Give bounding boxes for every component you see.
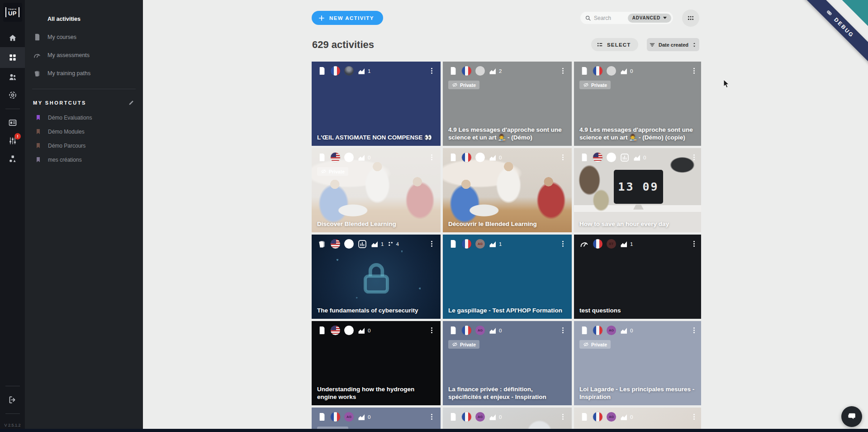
card-menu-button[interactable]: [558, 240, 567, 249]
book-icon: [317, 326, 327, 335]
search-icon: [585, 15, 591, 21]
card-title: Understanding how the hydrogen engine wo…: [317, 386, 435, 401]
teachup-logo[interactable]: TEACH UP: [3, 3, 22, 22]
activity-card[interactable]: 0Private4.9 Les messages d'approche sont…: [574, 62, 701, 146]
activity-card[interactable]: AG1Le gaspillage - Test API'HOP Formatio…: [443, 235, 572, 319]
book-icon: [317, 66, 327, 76]
author-avatar: [475, 153, 485, 162]
edit-shortcuts-icon[interactable]: [128, 99, 135, 106]
search-input[interactable]: [591, 15, 628, 21]
chat-bubble-icon: [847, 412, 857, 422]
card-menu-button[interactable]: [427, 153, 436, 162]
select-list-icon: [597, 41, 603, 48]
debug-corner: DEBUG: [791, 0, 868, 77]
kebab-icon: [559, 154, 567, 161]
rail-item-globe[interactable]: [0, 86, 25, 104]
card-title: L'ŒIL ASTIGMATE NON COMPENSE 👀: [317, 134, 435, 142]
shortcut-item[interactable]: Démo Evaluations: [25, 110, 143, 125]
author-avatar: [607, 153, 616, 162]
card-title: 4.9 Les messages d'approche sont une sci…: [448, 126, 566, 142]
rail-item-sliders[interactable]: !: [0, 132, 25, 150]
card-menu-button[interactable]: [689, 67, 698, 76]
shortcut-item[interactable]: mes créations: [25, 153, 143, 167]
sort-arrows-icon: [692, 42, 697, 48]
sidebar-item-my-assessments[interactable]: My assessments: [25, 46, 143, 64]
logout-button[interactable]: [0, 391, 25, 409]
rail-item-id-card[interactable]: [0, 114, 25, 132]
grid-view-button[interactable]: [682, 10, 699, 27]
shortcut-item[interactable]: Démo Modules: [25, 125, 143, 139]
book-icon: [579, 326, 589, 335]
activity-card[interactable]: 0Découvrir le Blended Learning: [443, 148, 572, 232]
kebab-icon: [559, 240, 567, 248]
activity-card[interactable]: 1L'ŒIL ASTIGMATE NON COMPENSE 👀: [312, 62, 441, 146]
sort-dropdown[interactable]: Date created: [647, 38, 699, 51]
author-avatar: AG: [475, 412, 485, 422]
private-badge: Private: [579, 340, 611, 349]
sidebar-item-my-training-paths[interactable]: My training paths: [25, 64, 143, 82]
chat-launcher-button[interactable]: [841, 406, 862, 427]
card-menu-button[interactable]: [558, 413, 567, 422]
lock-icon: [357, 259, 395, 298]
activity-card[interactable]: AG0PrivateLa finance privée : définition…: [443, 321, 572, 405]
card-menu-button[interactable]: [689, 413, 698, 422]
card-menu-button[interactable]: [689, 326, 698, 335]
advanced-search-button[interactable]: ADVANCED: [628, 14, 671, 23]
kebab-icon: [690, 154, 698, 161]
shortcut-item[interactable]: Démo Parcours: [25, 139, 143, 153]
shortcut-label: Démo Modules: [48, 129, 85, 135]
activity-card[interactable]: 13 090How to save an hour every day: [574, 148, 701, 232]
shapes-icon: [8, 154, 17, 163]
card-menu-button[interactable]: [558, 153, 567, 162]
new-activity-button[interactable]: NEW ACTIVITY: [312, 11, 383, 25]
card-menu-button[interactable]: [427, 240, 436, 249]
rail-item-users[interactable]: [0, 68, 25, 86]
rail-item-grid[interactable]: [0, 47, 25, 68]
activity-card[interactable]: 0Understanding how the hydrogen engine w…: [312, 321, 441, 405]
rail-item-home[interactable]: [0, 29, 25, 47]
views-count: 1: [371, 240, 384, 248]
stats-square-icon: [620, 153, 629, 162]
activity-card[interactable]: AG0PrivateLoi Lagarde - Les principales …: [574, 321, 701, 405]
card-menu-button[interactable]: [689, 240, 698, 249]
sidebar-item-my-courses[interactable]: My courses: [25, 28, 143, 46]
card-menu-button[interactable]: [558, 67, 567, 76]
rail-divider: [5, 386, 20, 386]
card-title: test questions: [579, 307, 697, 315]
activity-card[interactable]: 2Private4.9 Les messages d'approche sont…: [443, 62, 572, 146]
language-flag-fr: [462, 239, 471, 249]
kebab-icon: [428, 67, 436, 75]
pencil-icon: [128, 99, 135, 106]
activity-card[interactable]: 14The fundamentals of cybersecurity: [312, 235, 441, 319]
select-button[interactable]: SELECT: [591, 38, 638, 51]
card-menu-button[interactable]: [558, 326, 567, 335]
activity-card[interactable]: AG0: [574, 408, 701, 429]
card-menu-button[interactable]: [427, 413, 436, 422]
sidebar: All activitiesMy coursesMy assessmentsMy…: [25, 0, 143, 432]
private-badge: Private: [317, 167, 348, 176]
rail-item-shapes[interactable]: [0, 150, 25, 168]
book-icon: [448, 153, 458, 162]
views-count: 0: [489, 413, 502, 421]
course-book-icon: [317, 66, 327, 76]
card-menu-button[interactable]: [427, 326, 436, 335]
grid-dots-icon: [687, 14, 695, 22]
users-icon: [8, 72, 17, 82]
activity-card[interactable]: AG0: [443, 408, 572, 429]
sidebar-item-all-activities[interactable]: All activities: [25, 10, 143, 28]
card-title: Le gaspillage - Test API'HOP Formation: [448, 307, 566, 315]
activity-card[interactable]: ET1test questions: [574, 235, 701, 319]
shortcut-label: mes créations: [48, 157, 82, 163]
eye-off-icon: [452, 341, 458, 347]
card-menu-button[interactable]: [689, 153, 698, 162]
logo-main-text: UP: [8, 10, 17, 16]
activity-card[interactable]: AG0Private: [312, 408, 441, 429]
views-count: 1: [620, 240, 633, 248]
language-flag-us: [593, 153, 602, 162]
sidebar-item-label: My courses: [47, 34, 76, 40]
views-chart-icon: [358, 413, 366, 421]
course-book-icon: [448, 412, 458, 422]
card-menu-button[interactable]: [427, 67, 436, 76]
activity-card[interactable]: 0PrivateDiscover Blended Learning: [312, 148, 441, 232]
views-count: 1: [358, 67, 370, 75]
